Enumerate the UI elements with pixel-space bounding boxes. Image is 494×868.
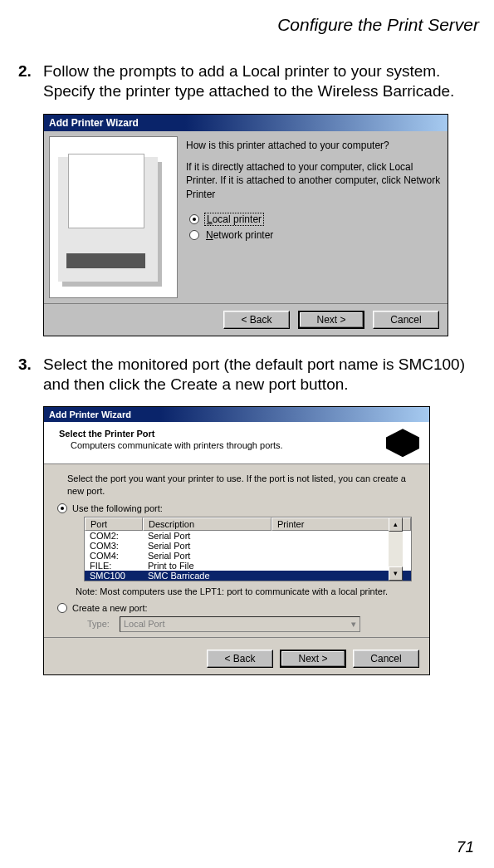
option-use-following-port[interactable]: Use the following port: (57, 503, 413, 513)
port-row[interactable]: FILE:Print to File (85, 561, 411, 571)
type-label: Type: (87, 619, 110, 629)
page-title: Configure the Print Server (18, 15, 479, 35)
step-text: Select the monitored port (the default p… (43, 355, 479, 395)
cell-desc: Print to File (143, 561, 271, 571)
cell-port: COM2: (85, 531, 143, 541)
cell-desc: Serial Port (143, 551, 271, 561)
option-label: Use the following port: (72, 503, 163, 513)
add-printer-wizard-2: Add Printer Wizard Select the Printer Po… (43, 406, 430, 675)
scrollbar[interactable]: ▴ ▾ (389, 517, 403, 581)
wizard-subheading: Computers communicate with printers thro… (71, 440, 386, 450)
wizard-subtext: If it is directly attached to your compu… (186, 160, 443, 201)
wizard-question: How is this printer attached to your com… (186, 140, 443, 153)
option-label: Create a new port: (72, 603, 148, 613)
port-row[interactable]: COM3:Serial Port (85, 541, 411, 551)
cell-desc: SMC Barricade (143, 571, 271, 581)
next-button[interactable]: Next > (280, 650, 346, 668)
radio-icon (57, 603, 67, 613)
printer-illustration (49, 136, 178, 298)
page-number: 71 (457, 838, 474, 856)
option-local-printer[interactable]: Local printer (189, 213, 443, 226)
scroll-up-icon[interactable]: ▴ (389, 517, 403, 532)
wizard-heading: Select the Printer Port (59, 429, 386, 439)
type-select: Local Port ▾ (120, 616, 360, 632)
wizard-prompt: Select the port you want your printer to… (67, 473, 413, 497)
cell-desc: Serial Port (143, 541, 271, 551)
cancel-button[interactable]: Cancel (373, 311, 439, 329)
back-button[interactable]: < Back (207, 650, 273, 668)
scroll-down-icon[interactable]: ▾ (389, 566, 403, 581)
radio-icon (189, 230, 199, 240)
cell-port: COM4: (85, 551, 143, 561)
col-port: Port (85, 517, 143, 531)
port-row[interactable]: SMC100SMC Barricade (85, 571, 411, 581)
add-printer-wizard-1: Add Printer Wizard How is this printer a… (43, 114, 448, 336)
port-row[interactable]: COM2:Serial Port (85, 531, 411, 541)
next-button[interactable]: Next > (298, 311, 364, 329)
step-3: 3. Select the monitored port (the defaul… (18, 355, 479, 395)
cell-port: COM3: (85, 541, 143, 551)
port-note: Note: Most computers use the LPT1: port … (76, 586, 413, 596)
port-list-header: Port Description Printer (85, 517, 411, 531)
window-title: Add Printer Wizard (44, 407, 429, 422)
radio-icon (57, 503, 67, 513)
step-number: 2. (18, 61, 43, 102)
back-button[interactable]: < Back (223, 311, 290, 329)
step-text: Follow the prompts to add a Local printe… (43, 61, 479, 102)
cell-port: FILE: (85, 561, 143, 571)
port-list[interactable]: Port Description Printer COM2:Serial Por… (84, 517, 412, 581)
option-label: Network printer (204, 229, 275, 241)
option-label: Local printer (204, 213, 264, 226)
type-value: Local Port (124, 619, 165, 630)
step-2: 2. Follow the prompts to add a Local pri… (18, 61, 479, 102)
radio-icon (189, 214, 199, 224)
cell-desc: Serial Port (143, 531, 271, 541)
scroll-track[interactable] (389, 532, 403, 566)
window-title: Add Printer Wizard (44, 115, 448, 131)
col-description: Description (143, 517, 271, 531)
cell-port: SMC100 (85, 571, 143, 581)
cancel-button[interactable]: Cancel (353, 650, 419, 668)
port-row[interactable]: COM4:Serial Port (85, 551, 411, 561)
option-network-printer[interactable]: Network printer (189, 229, 443, 241)
chevron-down-icon: ▾ (351, 619, 356, 630)
printer-port-icon (386, 429, 419, 457)
step-number: 3. (18, 355, 43, 395)
option-create-new-port[interactable]: Create a new port: (57, 603, 413, 613)
